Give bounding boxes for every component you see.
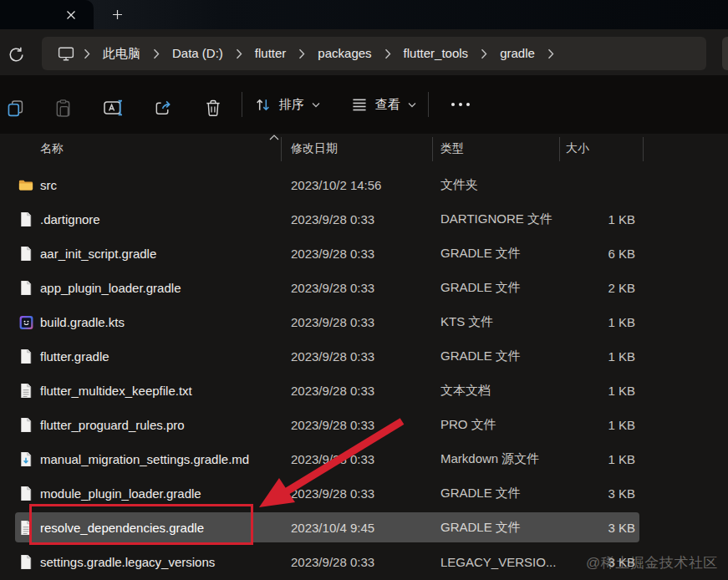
file-row[interactable]: manual_migration_settings.gradle.md2023/… xyxy=(0,442,728,476)
file-size: 3 KB xyxy=(566,521,635,535)
file-type: 文件夹 xyxy=(440,177,566,193)
file-type: GRADLE 文件 xyxy=(440,246,566,262)
file-size: 1 KB xyxy=(566,349,635,364)
share-icon xyxy=(153,99,173,118)
file-size: 1 KB xyxy=(566,384,635,398)
share-button[interactable] xyxy=(152,94,174,122)
file-date-modified: 2023/10/4 9:45 xyxy=(291,521,440,535)
file-date-modified: 2023/9/28 0:33 xyxy=(291,349,440,364)
copy-button[interactable] xyxy=(4,94,26,122)
breadcrumb-item[interactable]: 此电脑 xyxy=(92,40,151,67)
breadcrumb-item[interactable]: flutter xyxy=(244,40,298,67)
more-button[interactable] xyxy=(441,89,480,120)
file-date-modified: 2023/9/28 0:33 xyxy=(291,486,440,501)
breadcrumb: 此电脑Data (D:)flutterpackagesflutter_tools… xyxy=(42,37,706,70)
file-size: 1 KB xyxy=(566,452,635,466)
tab-close-button[interactable] xyxy=(59,3,82,26)
file-type: LEGACY_VERSIO... xyxy=(440,555,566,569)
file-date-modified: 2023/9/28 0:33 xyxy=(291,315,440,329)
file-row[interactable]: flutter_proguard_rules.pro2023/9/28 0:33… xyxy=(0,408,728,442)
file-icon xyxy=(18,349,33,364)
breadcrumb-item[interactable]: Data (D:) xyxy=(161,40,234,67)
file-icon xyxy=(18,555,33,569)
file-icon xyxy=(18,418,33,432)
file-name: flutter_multidex_keepfile.txt xyxy=(40,384,192,398)
view-lines-icon xyxy=(351,98,368,112)
file-size: 6 KB xyxy=(566,247,635,261)
file-name: aar_init_script.gradle xyxy=(40,247,156,261)
this-pc-icon[interactable] xyxy=(45,46,82,62)
refresh-button[interactable] xyxy=(5,43,27,65)
new-tab-button[interactable] xyxy=(105,3,129,26)
file-row[interactable]: .dartignore2023/9/28 0:33DARTIGNORE 文件1 … xyxy=(0,202,728,237)
breadcrumb-chevron-icon xyxy=(153,48,160,59)
breadcrumb-chevron-icon xyxy=(236,48,242,59)
file-icon xyxy=(18,212,33,226)
file-kts-icon xyxy=(18,315,33,329)
file-type: GRADLE 文件 xyxy=(440,349,566,364)
breadcrumb-item[interactable]: packages xyxy=(307,40,382,67)
file-size: 1 KB xyxy=(566,315,635,329)
paste-button[interactable] xyxy=(52,94,74,122)
search-box[interactable] xyxy=(722,37,728,70)
file-row[interactable]: app_plugin_loader.gradle2023/9/28 0:33GR… xyxy=(0,271,728,305)
file-row[interactable]: flutter.gradle2023/9/28 0:33GRADLE 文件1 K… xyxy=(0,339,728,374)
file-size: 1 KB xyxy=(566,212,635,226)
file-name: build.gradle.kts xyxy=(40,315,125,329)
file-size: 3 KB xyxy=(566,486,635,501)
file-name: .dartignore xyxy=(40,212,100,226)
file-icon xyxy=(18,281,33,295)
tab-bar xyxy=(0,0,728,29)
watermark: @稀土掘金技术社区 xyxy=(586,553,718,572)
file-row[interactable]: build.gradle.kts2023/9/28 0:33KTS 文件1 KB xyxy=(0,305,728,339)
view-button[interactable]: 查看 xyxy=(343,89,425,120)
file-name: settings.gradle.legacy_versions xyxy=(40,555,215,569)
plus-icon xyxy=(112,9,123,20)
breadcrumb-chevron-icon xyxy=(481,48,487,59)
rename-button[interactable] xyxy=(103,94,125,122)
file-date-modified: 2023/10/2 14:56 xyxy=(291,178,440,192)
command-toolbar: 排序 查看 xyxy=(0,75,728,134)
breadcrumb-chevron-icon xyxy=(547,48,554,59)
delete-button[interactable] xyxy=(202,94,224,122)
file-date-modified: 2023/9/28 0:33 xyxy=(291,555,440,569)
file-type: GRADLE 文件 xyxy=(440,520,566,536)
close-icon xyxy=(66,10,76,20)
chevron-down-icon xyxy=(408,102,416,108)
file-icon xyxy=(18,247,33,261)
toolbar-divider xyxy=(242,92,242,117)
file-name: app_plugin_loader.gradle xyxy=(40,281,181,295)
folder-icon xyxy=(18,178,33,192)
paste-icon xyxy=(53,99,73,118)
breadcrumb-item[interactable]: gradle xyxy=(489,40,546,67)
trash-icon xyxy=(204,99,222,118)
file-name: flutter_proguard_rules.pro xyxy=(40,418,185,432)
annotation-highlight-box xyxy=(29,504,253,545)
toolbar-divider xyxy=(428,92,429,117)
sort-button[interactable]: 排序 xyxy=(246,89,328,120)
file-icon xyxy=(18,486,33,501)
navigation-bar: 此电脑Data (D:)flutterpackagesflutter_tools… xyxy=(0,29,728,75)
file-date-modified: 2023/9/28 0:33 xyxy=(291,418,440,432)
breadcrumb-item[interactable]: flutter_tools xyxy=(393,40,480,67)
file-name: module_plugin_loader.gradle xyxy=(40,486,201,501)
file-row[interactable]: flutter_multidex_keepfile.txt2023/9/28 0… xyxy=(0,374,728,408)
ellipsis-icon xyxy=(450,102,471,107)
file-size: 2 KB xyxy=(566,281,635,295)
file-row[interactable]: aar_init_script.gradle2023/9/28 0:33GRAD… xyxy=(0,237,728,271)
refresh-icon xyxy=(8,46,25,64)
file-size: 1 KB xyxy=(566,418,635,432)
file-type: GRADLE 文件 xyxy=(440,280,566,296)
breadcrumb-chevron-icon xyxy=(298,48,305,59)
file-date-modified: 2023/9/28 0:33 xyxy=(291,384,440,398)
rename-icon xyxy=(103,99,125,117)
breadcrumb-chevron-icon xyxy=(384,48,391,59)
file-type: KTS 文件 xyxy=(440,314,566,330)
file-name: manual_migration_settings.gradle.md xyxy=(40,452,249,466)
sort-label: 排序 xyxy=(279,97,304,113)
file-explorer-window: 此电脑Data (D:)flutterpackagesflutter_tools… xyxy=(0,0,728,580)
file-type: Markdown 源文件 xyxy=(440,451,566,467)
file-lines-icon xyxy=(18,384,33,398)
file-type: GRADLE 文件 xyxy=(440,486,566,501)
file-row[interactable]: src2023/10/2 14:56文件夹 xyxy=(0,168,728,202)
